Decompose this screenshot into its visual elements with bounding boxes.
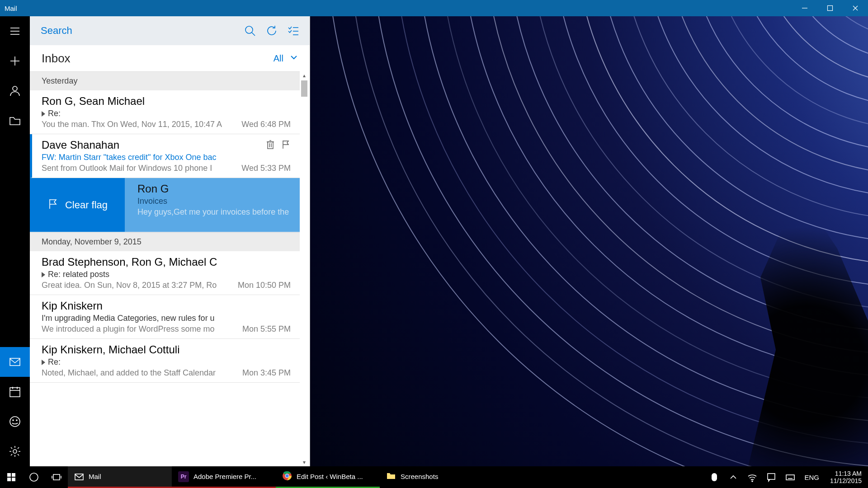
svg-point-38	[30, 473, 38, 481]
message-preview: Hey guys,Get me your invoices before the	[137, 207, 291, 217]
svg-point-45	[286, 474, 289, 478]
flag-icon[interactable]	[281, 140, 291, 151]
svg-rect-36	[7, 478, 11, 481]
svg-rect-11	[10, 388, 20, 397]
message-item[interactable]: Brad Stephenson, Ron G, Michael C Re: re…	[30, 251, 300, 295]
thread-expand-icon[interactable]	[42, 111, 45, 117]
message-from: Dave Shanahan	[42, 139, 291, 151]
message-item[interactable]: Kip Kniskern I'm upgrading Media Categor…	[30, 295, 300, 339]
message-from: Ron G, Sean Michael	[42, 95, 291, 108]
filter-label: All	[274, 53, 283, 64]
message-from: Kip Kniskern, Michael Cottuli	[42, 343, 291, 356]
message-item-swiped[interactable]: Clear flag Ron G Invoices Hey guys,Get m…	[30, 178, 300, 232]
svg-rect-48	[786, 475, 794, 480]
accounts-button[interactable]	[0, 76, 30, 106]
scroll-down-icon[interactable]: ▾	[301, 458, 308, 466]
task-view-button[interactable]	[45, 466, 68, 488]
switch-to-calendar-button[interactable]	[0, 377, 30, 407]
message-hover-actions	[265, 140, 291, 151]
window-close-button[interactable]	[843, 0, 868, 16]
scroll-up-icon[interactable]: ▴	[301, 71, 308, 80]
switch-to-mail-button[interactable]	[0, 347, 30, 377]
tray-clock[interactable]: 11:13 AM 11/12/2015	[824, 470, 868, 484]
swipe-action-label: Clear flag	[65, 199, 108, 211]
svg-point-9	[13, 86, 17, 91]
search-input[interactable]	[41, 25, 239, 37]
svg-rect-1	[828, 6, 833, 11]
svg-rect-35	[12, 473, 15, 477]
message-item[interactable]: Dave Shanahan FW: Martin Starr "takes cr…	[30, 134, 300, 178]
chrome-icon	[282, 471, 292, 482]
taskbar-app-label: Screenshots	[401, 473, 438, 480]
svg-point-22	[245, 26, 253, 33]
folder-header: Inbox All	[30, 45, 310, 71]
tray-mouse-icon[interactable]	[705, 466, 724, 488]
message-time: Mon 3:45 PM	[242, 368, 291, 378]
svg-rect-47	[768, 474, 775, 479]
hamburger-menu-button[interactable]	[0, 16, 30, 46]
message-time: Mon 5:55 PM	[242, 324, 291, 334]
feedback-button[interactable]	[0, 407, 30, 436]
swipe-action-clear-flag[interactable]: Clear flag	[30, 178, 125, 232]
cortana-button[interactable]	[23, 466, 45, 488]
taskbar-app-mail[interactable]: Mail	[68, 466, 172, 488]
folder-icon	[386, 471, 396, 482]
tray-keyboard-icon[interactable]	[781, 466, 800, 488]
message-subject: Re: related posts	[42, 270, 291, 279]
svg-rect-42	[75, 474, 83, 480]
message-list-scrollbar[interactable]: ▴ ▾	[301, 71, 308, 466]
taskbar-app-chrome[interactable]: Edit Post ‹ WinBeta ...	[276, 466, 380, 488]
window-title: Mail	[5, 5, 17, 12]
settings-button[interactable]	[0, 436, 30, 466]
svg-point-18	[10, 417, 20, 427]
message-subject: FW: Martin Starr "takes credit" for Xbox…	[42, 153, 291, 162]
svg-rect-10	[10, 358, 20, 366]
nav-rail	[0, 16, 30, 466]
taskbar-app-label: Mail	[89, 473, 101, 480]
message-list: Yesterday Ron G, Sean Michael Re: You th…	[30, 71, 300, 466]
taskbar-app-premiere[interactable]: Pr Adobe Premiere Pr...	[172, 466, 276, 488]
system-tray: ENG 11:13 AM 11/12/2015	[705, 466, 868, 488]
date-group-header: Yesterday	[30, 71, 300, 90]
delete-icon[interactable]	[265, 140, 275, 151]
thread-expand-icon[interactable]	[42, 272, 45, 277]
window-maximize-button[interactable]	[817, 0, 843, 16]
tray-language[interactable]: ENG	[800, 466, 824, 488]
message-item[interactable]: Ron G, Sean Michael Re: You the man. Thx…	[30, 90, 300, 134]
folders-button[interactable]	[0, 106, 30, 136]
message-subject: Invoices	[137, 197, 291, 206]
window-titlebar: Mail	[0, 0, 868, 16]
window-minimize-button[interactable]	[792, 0, 817, 16]
svg-rect-34	[7, 473, 11, 477]
svg-line-23	[252, 33, 255, 36]
flag-icon	[47, 198, 59, 212]
message-time: Wed 5:33 PM	[241, 164, 291, 173]
taskbar-app-label: Edit Post ‹ WinBeta ...	[297, 473, 363, 480]
sync-icon[interactable]	[261, 20, 283, 42]
message-from: Ron G	[137, 183, 291, 195]
reading-pane-background	[310, 16, 868, 466]
new-mail-button[interactable]	[0, 46, 30, 76]
search-icon[interactable]	[239, 20, 261, 42]
folder-name: Inbox	[42, 52, 274, 66]
chevron-down-icon	[290, 53, 298, 64]
svg-rect-37	[12, 478, 15, 481]
thread-expand-icon[interactable]	[42, 360, 45, 365]
svg-point-20	[16, 420, 17, 421]
filter-dropdown[interactable]: All	[274, 53, 298, 64]
message-item[interactable]: Kip Kniskern, Michael Cottuli Re: Noted,…	[30, 339, 300, 383]
selection-mode-icon[interactable]	[283, 20, 304, 42]
message-time: Mon 10:50 PM	[238, 281, 291, 290]
svg-rect-39	[53, 474, 60, 480]
scroll-thumb[interactable]	[301, 80, 307, 97]
date-group-header: Monday, November 9, 2015	[30, 232, 300, 251]
svg-point-21	[13, 450, 17, 453]
tray-date: 11/12/2015	[830, 477, 862, 484]
tray-wifi-icon[interactable]	[743, 466, 762, 488]
message-list-pane: Inbox All Yesterday Ron G, Sean Michael	[30, 16, 310, 466]
tray-action-center-icon[interactable]	[762, 466, 781, 488]
taskbar-app-explorer[interactable]: Screenshots	[380, 466, 484, 488]
tray-overflow-icon[interactable]	[724, 466, 743, 488]
premiere-icon: Pr	[178, 471, 189, 482]
start-button[interactable]	[0, 466, 23, 488]
